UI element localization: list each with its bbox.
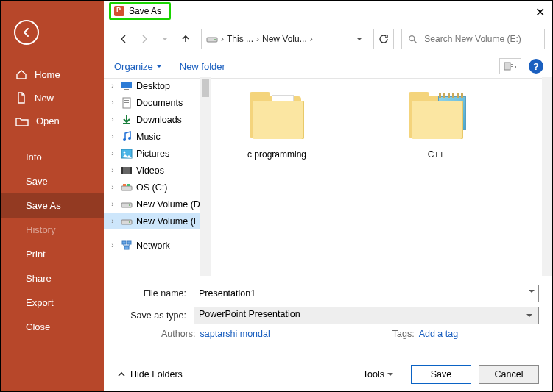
sidebar-item-home[interactable]: Home — [1, 63, 104, 86]
folder-label: C++ — [395, 149, 476, 160]
folder-tile[interactable]: C++ — [395, 92, 476, 160]
svg-rect-5 — [511, 66, 513, 67]
drive-icon — [206, 35, 218, 43]
svg-rect-28 — [124, 246, 129, 249]
authors-value[interactable]: saptarshi mondal — [200, 329, 270, 339]
chevron-right-icon: › — [221, 34, 224, 44]
dialog-title: Save As — [129, 6, 161, 16]
svg-rect-19 — [121, 186, 132, 190]
save-type-combo[interactable]: PowerPoint Presentation — [194, 307, 539, 324]
tools-label: Tools — [363, 369, 384, 379]
svg-rect-3 — [504, 63, 510, 70]
sidebar-label: New — [35, 93, 54, 104]
cancel-button[interactable]: Cancel — [479, 365, 539, 384]
folder-icon — [404, 92, 468, 143]
svg-point-13 — [128, 137, 131, 140]
breadcrumb-seg[interactable]: This ... — [227, 34, 253, 44]
videos-icon — [121, 165, 133, 177]
tree-item-documents[interactable]: ›Documents — [104, 94, 211, 111]
sidebar-item-save-as[interactable]: Save As — [1, 193, 104, 218]
drive-icon — [121, 215, 133, 227]
tree-label: New Volume (E:) — [136, 216, 205, 227]
tree-item-pictures[interactable]: ›Pictures — [104, 145, 211, 162]
view-mode-button[interactable] — [499, 58, 521, 74]
search-box[interactable] — [401, 29, 545, 49]
help-button[interactable]: ? — [529, 59, 543, 74]
downloads-icon — [121, 114, 133, 126]
files-scrollbar[interactable] — [542, 77, 552, 276]
tree-label: Documents — [136, 98, 183, 108]
svg-point-2 — [409, 36, 415, 41]
file-name-input[interactable] — [194, 285, 539, 302]
sidebar-item-info[interactable]: Info — [1, 145, 104, 169]
dialog-titlebar: Save As ✕ — [104, 1, 552, 26]
sidebar-label: Home — [35, 69, 60, 80]
back-button[interactable] — [14, 20, 39, 45]
tree-item-music[interactable]: ›Music — [104, 128, 211, 145]
tags-label: Tags: — [392, 329, 415, 339]
svg-rect-21 — [127, 184, 130, 186]
organize-toolbar: Organize New folder ? — [104, 54, 552, 79]
chevron-right-icon: › — [256, 34, 259, 44]
tree-item-os-c[interactable]: ›OS (C:) — [104, 179, 211, 196]
nav-forward-button — [135, 29, 154, 49]
tree-item-desktop[interactable]: ›Desktop — [104, 77, 211, 94]
save-type-label: Save as type: — [117, 310, 194, 321]
desktop-icon — [121, 80, 133, 92]
search-input[interactable] — [423, 33, 538, 45]
address-bar[interactable]: › This ... › New Volu... › — [201, 29, 367, 49]
svg-rect-20 — [123, 184, 126, 186]
sidebar-item-close[interactable]: Close — [1, 315, 104, 339]
sidebar-label: Open — [36, 115, 60, 126]
hide-folders-toggle[interactable]: Hide Folders — [117, 369, 183, 379]
tree-item-videos[interactable]: ›Videos — [104, 162, 211, 179]
authors-label: Authors: — [161, 329, 196, 339]
sidebar-item-history: History — [1, 218, 104, 242]
save-form: File name: Save as type: PowerPoint Pres… — [104, 277, 552, 391]
svg-point-23 — [129, 204, 130, 206]
nav-back-button[interactable] — [114, 29, 133, 49]
sidebar-item-new[interactable]: New — [1, 86, 104, 110]
tree-label: Music — [136, 132, 161, 142]
close-icon[interactable]: ✕ — [535, 5, 545, 19]
sidebar-item-save[interactable]: Save — [1, 169, 104, 193]
network-icon — [121, 240, 133, 252]
svg-rect-9 — [124, 100, 129, 101]
tree-item-vol-e[interactable]: ›New Volume (E:) — [104, 213, 211, 229]
svg-rect-16 — [121, 167, 132, 174]
tree-item-vol-d[interactable]: ›New Volume (D:) — [104, 196, 211, 213]
nav-toolbar: › This ... › New Volu... › — [104, 26, 552, 54]
svg-rect-7 — [124, 89, 129, 90]
refresh-button[interactable] — [373, 29, 394, 49]
chevron-down-icon[interactable] — [356, 34, 362, 44]
svg-rect-10 — [124, 102, 129, 103]
folder-tile[interactable]: c programming — [236, 92, 317, 160]
tree-scrollbar[interactable] — [200, 77, 211, 276]
sidebar-item-print[interactable]: Print — [1, 242, 104, 266]
refresh-icon — [378, 34, 389, 44]
tree-item-network[interactable]: ›Network — [104, 237, 211, 254]
organize-menu[interactable]: Organize — [114, 61, 162, 72]
tools-menu[interactable]: Tools — [363, 369, 393, 379]
file-icon — [15, 92, 27, 104]
svg-point-25 — [129, 221, 130, 223]
svg-point-12 — [123, 138, 126, 141]
organize-label: Organize — [114, 61, 153, 72]
save-button[interactable]: Save — [411, 365, 471, 384]
sidebar-item-share[interactable]: Share — [1, 266, 104, 291]
sidebar-item-export[interactable]: Export — [1, 291, 104, 315]
chevron-down-icon[interactable] — [529, 290, 535, 296]
nav-recent-dropdown[interactable] — [155, 29, 175, 49]
tree-label: OS (C:) — [136, 182, 167, 193]
home-icon — [15, 68, 27, 80]
file-pane[interactable]: c programming C++ — [211, 77, 552, 276]
file-name-label: File name: — [117, 288, 194, 299]
nav-up-button[interactable] — [176, 29, 195, 49]
sidebar-item-open[interactable]: Open — [1, 110, 104, 132]
new-folder-button[interactable]: New folder — [180, 61, 225, 72]
breadcrumb-seg[interactable]: New Volu... — [262, 34, 307, 44]
tags-value[interactable]: Add a tag — [419, 329, 459, 339]
tree-item-downloads[interactable]: ›Downloads — [104, 111, 211, 128]
svg-point-1 — [214, 39, 216, 40]
title-highlight: Save As — [109, 2, 171, 20]
